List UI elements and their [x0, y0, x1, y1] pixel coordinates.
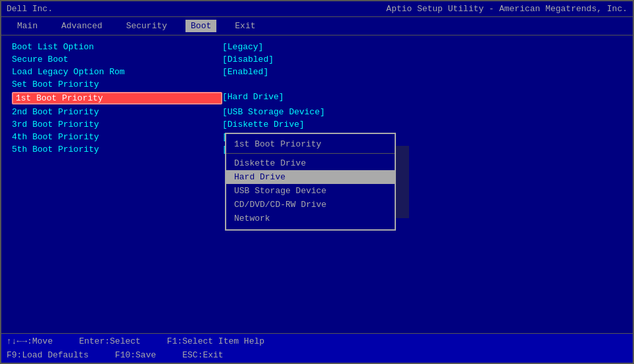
status-item-r1-1: Enter:Select [79, 336, 141, 346]
setting-label-0: Boot List Option [12, 42, 222, 52]
setting-value-2: [Enabled] [222, 67, 268, 77]
status-item-r2-2: ESC:Exit [182, 350, 223, 360]
dropdown-item-2[interactable]: USB Storage Device [226, 184, 395, 198]
setting-value-1: [Disabled] [222, 55, 274, 64]
dropdown-item-3[interactable]: CD/DVD/CD-RW Drive [226, 198, 395, 212]
setting-row-4[interactable]: 1st Boot Priority[Hard Drive] [12, 91, 622, 106]
setting-value-4: [Hard Drive] [222, 92, 284, 104]
setting-label-8: 5th Boot Priority [12, 145, 222, 154]
status-item-r2-1: F10:Save [115, 350, 156, 360]
dropdown-item-4[interactable]: Network [226, 212, 395, 225]
status-item-r2-0: F9:Load Defaults [7, 350, 89, 360]
utility-name: Aptio Setup Utility - American Megatrend… [386, 4, 627, 14]
dropdown-items: Diskette DriveHard DriveUSB Storage Devi… [226, 156, 395, 225]
dropdown-title: 1st Boot Priority [226, 138, 395, 154]
setting-row-0[interactable]: Boot List Option[Legacy] [12, 41, 622, 53]
setting-label-5: 2nd Boot Priority [12, 107, 222, 117]
setting-label-3: Set Boot Priority [12, 80, 222, 89]
nav-item-security[interactable]: Security [121, 20, 172, 32]
nav-item-main[interactable]: Main [12, 20, 43, 32]
nav-item-advanced[interactable]: Advanced [56, 20, 107, 32]
setting-label-2: Load Legacy Option Rom [12, 67, 222, 77]
setting-row-5[interactable]: 2nd Boot Priority[USB Storage Device] [12, 106, 622, 118]
bottom-bar: ↑↓←→:MoveEnter:SelectF1:Select Item Help [1, 333, 633, 349]
setting-value-0: [Legacy] [222, 42, 263, 52]
dropdown-item-1[interactable]: Hard Drive [226, 170, 395, 184]
main-content: Boot List Option[Legacy]Secure Boot[Disa… [1, 35, 633, 333]
setting-row-3[interactable]: Set Boot Priority [12, 78, 622, 91]
bios-screen: Dell Inc. Aptio Setup Utility - American… [0, 0, 634, 364]
setting-row-2[interactable]: Load Legacy Option Rom[Enabled] [12, 66, 622, 78]
setting-label-7: 4th Boot Priority [12, 132, 222, 142]
bottom-row2: F9:Load DefaultsF10:SaveESC:Exit [1, 349, 633, 363]
setting-row-1[interactable]: Secure Boot[Disabled] [12, 53, 622, 66]
setting-value-6: [Diskette Drive] [222, 120, 305, 129]
setting-value-5: [USB Storage Device] [222, 107, 325, 117]
status-item-r1-0: ↑↓←→:Move [7, 336, 53, 346]
dropdown-popup[interactable]: 1st Boot Priority Diskette DriveHard Dri… [225, 133, 396, 231]
top-bar: Dell Inc. Aptio Setup Utility - American… [1, 1, 633, 17]
status-item-r1-2: F1:Select Item Help [167, 336, 264, 346]
setting-label-4: 1st Boot Priority [12, 92, 222, 104]
nav-item-boot[interactable]: Boot [185, 20, 216, 32]
vendor-name: Dell Inc. [7, 4, 53, 14]
setting-label-1: Secure Boot [12, 55, 222, 64]
nav-menu: MainAdvancedSecurityBootExit [1, 17, 633, 35]
setting-label-6: 3rd Boot Priority [12, 120, 222, 129]
dropdown-item-0[interactable]: Diskette Drive [226, 156, 395, 170]
nav-item-exit[interactable]: Exit [230, 20, 260, 32]
setting-row-6[interactable]: 3rd Boot Priority[Diskette Drive] [12, 118, 622, 131]
